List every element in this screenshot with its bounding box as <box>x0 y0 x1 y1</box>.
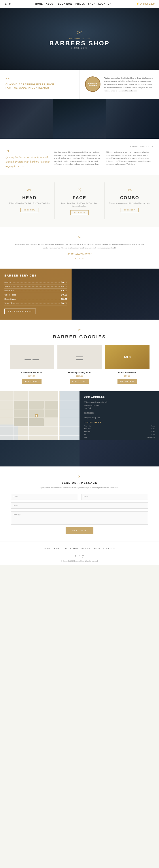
about-section: ABOUT THE SHOP " Quality barbering servi… <box>0 139 159 175</box>
email-field[interactable] <box>81 494 148 500</box>
talc-label: TALC <box>124 355 130 359</box>
testimonial-section: ✂ Lorem ipsum dolor sit amet, es meis po… <box>0 227 159 269</box>
price-row-1: Haircut $20.00 <box>4 280 67 284</box>
address-title: OUR ADDRESS <box>84 396 155 398</box>
location-section: OUR ADDRESS 77 Expressway Private Suite … <box>0 391 159 440</box>
service-combo-title: COMBO <box>108 195 151 200</box>
service-combo-btn[interactable]: BOOK NOW <box>121 208 139 212</box>
price-val-4: $40.00 <box>61 294 67 296</box>
hero-scissors-icon: ✂ <box>49 29 110 36</box>
footer-nav: Home About Book Now Prices Shop Location <box>4 545 155 552</box>
goodie-cart-btn-3[interactable]: ADD TO CART <box>118 379 137 384</box>
info-side: OUR ADDRESS 77 Expressway Private Suite … <box>80 391 159 440</box>
footer-social: f t y <box>4 554 155 558</box>
service-head-btn[interactable]: BOOK NOW <box>20 208 39 212</box>
service-combo-icon: ✂ <box>108 187 151 193</box>
nav-about[interactable]: About <box>46 3 55 5</box>
hours-row-4: Sat 10am <box>84 433 155 436</box>
form-row-name-email <box>11 494 148 500</box>
about-label: ABOUT THE SHOP <box>5 145 154 148</box>
about-quote: " Quality barbering services from well t… <box>5 151 50 168</box>
contact-form: SEND NOW <box>11 494 148 534</box>
price-val-1: $20.00 <box>61 281 67 283</box>
price-name-6: Toner Rinse <box>4 302 15 304</box>
price-name-2: Shave <box>4 285 10 287</box>
nav-book[interactable]: Book Now <box>58 3 72 5</box>
svg-point-21 <box>36 415 37 416</box>
message-field[interactable] <box>11 511 148 525</box>
service-combo: ✂ COMBO All of the services mentioned in… <box>105 182 155 219</box>
prices-image <box>71 269 159 319</box>
hero-since: SINCE 2001 <box>49 47 110 49</box>
location-img-left <box>0 440 80 466</box>
nav-prices[interactable]: Prices <box>75 3 85 5</box>
goodie-cart-btn-1[interactable]: ADD TO CART <box>22 379 42 384</box>
goodie-item-1: ⚊⚊ Goldirush Retro Razor $285.00 ADD TO … <box>10 345 54 384</box>
hours-row-5: Sun 10am - 3rd <box>84 436 155 439</box>
hero-welcome: Welcome to the <box>49 37 110 40</box>
hours-time-2: 9am <box>152 428 155 430</box>
name-field[interactable] <box>11 494 78 500</box>
hours-day-5: Sun <box>84 436 87 438</box>
goodie-price-2: $160.00 <box>57 375 102 377</box>
map-svg <box>0 391 80 440</box>
footer-link-home[interactable]: Home <box>44 547 51 550</box>
hours-row-1: Mon - Tue 9am <box>84 425 155 427</box>
gallery-image-1 <box>0 99 53 139</box>
goodies-icon: ✂ <box>5 327 154 332</box>
phone-field[interactable] <box>11 502 148 509</box>
goodie-name-3: Barber Talc Powder <box>105 372 150 374</box>
svg-rect-17 <box>29 418 44 426</box>
services-grid: ✂ HEAD Haircut, Clipper Cut, The Spike, … <box>4 182 155 219</box>
nav-shop[interactable]: Shop <box>88 3 95 5</box>
footer-facebook-icon[interactable]: f <box>75 554 76 558</box>
about-text-1: Our time-honoured barbershop straight bl… <box>54 151 102 168</box>
goodie-price-1: $285.00 <box>10 375 54 377</box>
submit-btn[interactable]: SEND NOW <box>66 527 93 534</box>
prices-section: BARBER SERVICES Haircut $20.00 Shave $25… <box>0 269 159 319</box>
address: 77 Expressway Private Suite 405 Somewher… <box>84 401 155 410</box>
facebook-icon[interactable]: ▲ <box>4 2 7 5</box>
view-prices-btn[interactable]: VIEW FULL PRICE LIST <box>4 309 36 314</box>
navbar: ▲ ◆ Home About Book Now Prices Shop Loca… <box>0 0 159 8</box>
hours-time-1: 9am <box>152 425 155 427</box>
hero-title: BARBERS SHOP <box>49 40 110 47</box>
goodie-img-3: TALC <box>105 345 150 369</box>
service-face-title: FACE <box>58 195 101 200</box>
footer-link-location[interactable]: Location <box>103 547 115 550</box>
nav-location[interactable]: Location <box>98 3 111 5</box>
price-val-6: $20.00 <box>61 302 67 304</box>
footer-link-shop[interactable]: Shop <box>94 547 100 550</box>
nav-phone[interactable]: ⚡ 044.800.2299 <box>136 2 155 5</box>
goodies-grid: ⚊⚊ Goldirush Retro Razor $285.00 ADD TO … <box>5 345 154 384</box>
goodie-cart-btn-2[interactable]: ADD TO CART <box>70 379 90 384</box>
twitter-icon[interactable]: ◆ <box>9 2 11 5</box>
service-face-btn[interactable]: BOOK NOW <box>70 210 89 215</box>
testimonial-icon: ✂ <box>13 235 146 240</box>
hours-day-2: Tue - Wed <box>84 428 91 430</box>
shaving-razor-icon: ⚌ <box>75 352 84 363</box>
gallery-section <box>0 99 159 139</box>
svg-rect-13 <box>29 401 44 409</box>
footer-link-about[interactable]: About <box>54 547 62 550</box>
service-face-desc: Straight Razor Shave, Beard Trim, Hot To… <box>58 202 101 207</box>
price-name-4: Colour Rinse <box>4 294 16 296</box>
price-name-3: Beard Trim <box>4 289 14 292</box>
intro-section: 〰 CLASSIC BARBERING EXPERIENCE FOR THE M… <box>0 70 159 99</box>
nav-social: ▲ ◆ <box>4 2 11 5</box>
goodies-title: BARBER GOODIES <box>5 334 154 339</box>
price-row-4: Colour Rinse $40.00 <box>4 293 67 297</box>
footer-youtube-icon[interactable]: y <box>83 554 84 558</box>
hours-time-3: 9am <box>152 431 155 433</box>
footer-link-book[interactable]: Book Now <box>65 547 78 550</box>
svg-rect-12 <box>14 409 28 417</box>
hours-list: Mon - Tue 9am Tue - Wed 9am Thu - Fri 9a… <box>84 425 155 439</box>
footer-twitter-icon[interactable]: t <box>79 554 80 558</box>
footer-link-prices[interactable]: Prices <box>82 547 90 550</box>
location-email: info@barbershop.com <box>84 416 155 420</box>
price-dots-2 <box>11 286 60 287</box>
service-head-icon: ✂ <box>8 187 51 193</box>
nav-home[interactable]: Home <box>35 3 43 5</box>
price-row-6: Toner Rinse $20.00 <box>4 301 67 306</box>
service-combo-desc: All of the services mentioned in Head an… <box>108 202 151 205</box>
